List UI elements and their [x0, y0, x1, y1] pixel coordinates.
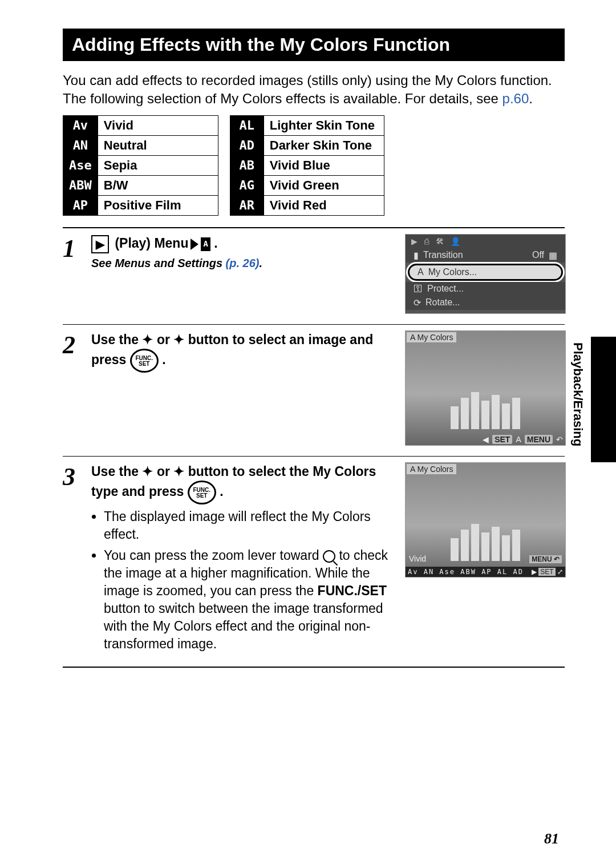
play-icon: ▶ — [91, 235, 109, 253]
h2b: or — [157, 332, 173, 347]
page-number: 81 — [544, 830, 559, 847]
table-row: AGVivid Green — [230, 175, 384, 195]
effect-label: Vivid — [98, 115, 218, 135]
bullet-1: The displayed image will reflect the My … — [104, 508, 394, 543]
step1-sub-pre: See Menus and Settings — [91, 257, 226, 269]
effect-icon: AP — [63, 195, 98, 215]
effect-icon: ABW — [63, 175, 98, 195]
func-set-button-icon: FUNC. SET — [188, 481, 216, 504]
undo-icon: ↶ — [556, 435, 563, 444]
label-text: My Colors — [417, 333, 453, 342]
bullet-2: You can press the zoom lever toward to c… — [104, 547, 394, 653]
menu-row-rotate: ⟳ Rotate... — [406, 296, 565, 310]
triangle-right-icon — [191, 239, 198, 250]
step-number: 3 — [63, 462, 91, 657]
h3b: or — [157, 464, 173, 479]
menu-row-mycolors: A My Colors... — [408, 264, 563, 281]
tab-person-icon: 👤 — [451, 237, 460, 246]
rotate-icon: ⟳ — [414, 297, 421, 308]
screen-top-label: A My Colors — [407, 332, 456, 342]
menu-text: MENU — [532, 555, 552, 563]
step3-screenshot: A My Colors Vivid MENU ↶ Av AN Ase ABW A… — [405, 462, 565, 657]
menu-row-transition: ▮ Transition Off ▦ — [406, 248, 565, 263]
step-3: 3 Use the ✦ or ✦ button to select the My… — [63, 457, 565, 668]
menu-button: MENU — [525, 435, 553, 444]
b2bold: FUNC./SET — [318, 583, 387, 598]
mycolors-icon: A — [201, 237, 210, 251]
page: Adding Effects with the My Colors Functi… — [0, 0, 616, 691]
menu-label: My Colors... — [428, 267, 477, 277]
step-number: 2 — [63, 330, 91, 446]
step1-sub-post: . — [260, 257, 263, 269]
effect-icon: AL — [230, 115, 264, 135]
effect-icon: Av — [63, 115, 98, 135]
effect-label: Vivid Green — [264, 175, 384, 195]
step-number: 1 — [63, 234, 91, 314]
effect-label: Sepia — [98, 155, 218, 175]
page-title: Adding Effects with the My Colors Functi… — [63, 29, 565, 61]
step1-heading-text: (Play) Menu — [115, 236, 188, 251]
effect-icon: AR — [230, 195, 264, 215]
effect-icon: AD — [230, 135, 264, 155]
tab-print-icon: ⎙ — [424, 237, 429, 246]
tab-play-icon: ▶ — [411, 237, 418, 246]
grid-icon: ▦ — [549, 250, 557, 261]
table-row: ANNeutral — [63, 135, 218, 155]
intro-link[interactable]: p.60 — [502, 91, 529, 106]
screen-top-label: A My Colors — [407, 464, 456, 474]
table-row: ADDarker Skin Tone — [230, 135, 384, 155]
step1-sub: See Menus and Settings (p. 26). — [91, 257, 394, 270]
effect-label: Neutral — [98, 135, 218, 155]
arrow-right-icon: ✦ — [173, 330, 184, 349]
effect-label: Vivid Red — [264, 195, 384, 215]
label-icon: A — [410, 333, 415, 342]
step2-heading: Use the ✦ or ✦ button to select an image… — [91, 330, 394, 373]
label-icon: A — [410, 465, 415, 474]
step1-sub-link[interactable]: (p. 26) — [226, 257, 260, 269]
func-set-button-icon: FUNC. SET — [130, 349, 159, 373]
menu-value: Off — [532, 250, 544, 260]
h3a: Use the — [91, 464, 142, 479]
h2d: . — [162, 352, 165, 367]
effect-name: Vivid — [409, 554, 426, 563]
label-text: My Colors — [417, 465, 453, 474]
effect-icon: Ase — [63, 155, 98, 175]
arrow-left-icon: ✦ — [142, 462, 153, 481]
table-row: APPositive Film — [63, 195, 218, 215]
table-row: AseSepia — [63, 155, 218, 175]
intro-part1: You can add effects to recorded images (… — [63, 72, 552, 106]
step1-screenshot: ▶ ⎙ 🛠 👤 ▮ Transition Off ▦ — [405, 234, 565, 314]
arrow-right-icon: ✦ — [173, 462, 184, 481]
right-group: ▶ SET ⤢ — [532, 568, 563, 576]
table-row: ABWB/W — [63, 175, 218, 195]
step-2: 2 Use the ✦ or ✦ button to select an ima… — [63, 325, 565, 457]
screen-bottom-bar: ◀ SET A MENU ↶ — [483, 435, 563, 444]
effects-tables: AvVivid ANNeutral AseSepia ABWB/W APPosi… — [63, 115, 565, 216]
b2a: You can press the zoom lever toward — [104, 548, 323, 563]
intro-text: You can add effects to recorded images (… — [63, 71, 565, 108]
screen-bottom-strip: Av AN Ase ABW AP AL AD ▶ SET ⤢ — [406, 567, 565, 577]
menu-label: Protect... — [427, 284, 464, 294]
step3-heading: Use the ✦ or ✦ button to select the My C… — [91, 462, 394, 504]
menu-label: Transition — [423, 250, 463, 260]
effect-label: B/W — [98, 175, 218, 195]
intro-part2: . — [529, 91, 533, 106]
menu-row-protect: ⚿ Protect... — [406, 282, 565, 296]
table-row: ALLighter Skin Tone — [230, 115, 384, 135]
key-icon: ⚿ — [414, 284, 423, 294]
magnify-icon — [323, 550, 335, 563]
table-row: ARVivid Red — [230, 195, 384, 215]
effects-table-right: ALLighter Skin Tone ADDarker Skin Tone A… — [230, 115, 384, 216]
h2a: Use the — [91, 332, 142, 347]
tab-tools-icon: 🛠 — [436, 237, 444, 246]
arrow-left-icon: ◀ — [483, 435, 489, 444]
transition-icon: ▮ — [414, 250, 419, 261]
effect-label: Positive Film — [98, 195, 218, 215]
mycolors-row-icon: A — [418, 267, 424, 277]
arrow-left-icon: ✦ — [142, 330, 153, 349]
effect-icons-strip: Av AN Ase ABW AP AL AD — [408, 568, 524, 576]
step-1: 1 ▶ (Play) MenuA . See Menus and Setting… — [63, 228, 565, 325]
effect-label: Lighter Skin Tone — [264, 115, 384, 135]
step1-heading: ▶ (Play) MenuA . — [91, 234, 394, 253]
effect-icon: AB — [230, 155, 264, 175]
